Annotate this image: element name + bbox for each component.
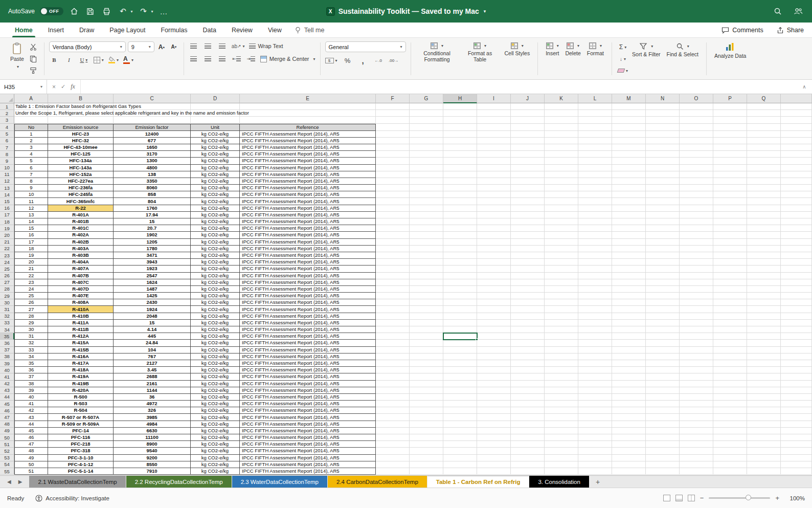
- cell-D39[interactable]: kg CO2-e/kg: [191, 360, 240, 367]
- cell-B13[interactable]: HFC-236fa: [48, 185, 114, 191]
- cell-A54[interactable]: 50: [14, 461, 48, 468]
- cell-I32[interactable]: [477, 313, 511, 320]
- cell-O21[interactable]: [680, 239, 713, 246]
- cell-O33[interactable]: [680, 320, 713, 326]
- cell-J26[interactable]: [511, 273, 545, 279]
- cell-C20[interactable]: 1902: [114, 232, 191, 238]
- cell-K54[interactable]: [545, 461, 578, 468]
- increase-indent-icon[interactable]: ⇥: [246, 54, 256, 63]
- cell-J30[interactable]: [511, 299, 545, 306]
- ribbon-tab-page-layout[interactable]: Page Layout: [103, 23, 152, 37]
- cell-F1[interactable]: [376, 103, 410, 110]
- cell-H51[interactable]: [443, 441, 477, 448]
- cell-J17[interactable]: [511, 212, 545, 218]
- cell-K48[interactable]: [545, 421, 578, 428]
- cell-D51[interactable]: kg CO2-e/kg: [191, 441, 240, 448]
- align-left-icon[interactable]: [189, 54, 199, 63]
- col-header-I[interactable]: I: [477, 94, 511, 103]
- page-break-view-icon[interactable]: [688, 495, 695, 501]
- cell-E20[interactable]: IPCC FIFTH Assessment Report (2014), AR5: [240, 232, 376, 238]
- cell-C23[interactable]: 3471: [114, 252, 191, 259]
- cell-part41[interactable]: [781, 373, 812, 380]
- cell-O50[interactable]: [680, 434, 713, 441]
- font-size-select[interactable]: 9: [128, 41, 154, 52]
- cell-K43[interactable]: [545, 387, 578, 394]
- cell-O37[interactable]: [680, 347, 713, 354]
- row-header-39[interactable]: 39: [0, 360, 14, 367]
- cell-C55[interactable]: 7910: [114, 468, 191, 475]
- cell-K47[interactable]: [545, 414, 578, 421]
- font-name-select[interactable]: Verdana (Body): [49, 41, 126, 52]
- cell-I26[interactable]: [477, 273, 511, 279]
- cell-B35[interactable]: R-412A: [48, 333, 114, 340]
- cell-B21[interactable]: R-402B: [48, 239, 114, 246]
- cell-Q3[interactable]: [747, 117, 781, 123]
- cell-J52[interactable]: [511, 448, 545, 454]
- cell-A13[interactable]: 9: [14, 185, 48, 191]
- cell-Q36[interactable]: [747, 340, 781, 346]
- cell-C47[interactable]: 3985: [114, 414, 191, 421]
- cell-E26[interactable]: IPCC FIFTH Assessment Report (2014), AR5: [240, 273, 376, 279]
- sort-filter-button[interactable]: Sort & Filter: [629, 41, 663, 59]
- cell-I40[interactable]: [477, 367, 511, 373]
- cell-F8[interactable]: [376, 151, 410, 158]
- sheet-tab-table-1-carbon-ref-on-refrig[interactable]: Table 1 - Carbon Ref on Refrig: [427, 476, 529, 488]
- cell-A53[interactable]: 49: [14, 455, 48, 461]
- cell-Q22[interactable]: [747, 246, 781, 252]
- cell-H41[interactable]: [443, 373, 477, 380]
- cell-L41[interactable]: [578, 373, 612, 380]
- document-title[interactable]: Sustainability Toolkit — Saved to my Mac: [339, 7, 479, 15]
- cell-M15[interactable]: [612, 198, 646, 205]
- cell-N53[interactable]: [646, 455, 680, 461]
- cell-P7[interactable]: [713, 144, 747, 151]
- cell-F11[interactable]: [376, 171, 410, 178]
- cell-A39[interactable]: 35: [14, 360, 48, 367]
- col-header-E[interactable]: E: [240, 94, 376, 103]
- cell-part45[interactable]: [781, 401, 812, 407]
- cell-I23[interactable]: [477, 252, 511, 259]
- col-header-O[interactable]: O: [680, 94, 713, 103]
- cell-I48[interactable]: [477, 421, 511, 428]
- cell-part28[interactable]: [781, 286, 812, 293]
- decrease-font-icon[interactable]: A▾: [169, 42, 179, 52]
- cell-P38[interactable]: [713, 354, 747, 360]
- cell-G18[interactable]: [410, 218, 443, 225]
- cell-K36[interactable]: [545, 340, 578, 346]
- col-header-Q[interactable]: Q: [747, 94, 781, 103]
- cell-D24[interactable]: kg CO2-e/kg: [191, 259, 240, 266]
- cell-Q19[interactable]: [747, 225, 781, 232]
- cell-M12[interactable]: [612, 178, 646, 185]
- format-painter-icon[interactable]: [28, 66, 38, 75]
- cell-H8[interactable]: [443, 151, 477, 158]
- cell-M17[interactable]: [612, 212, 646, 218]
- cell-O38[interactable]: [680, 354, 713, 360]
- cell-Q54[interactable]: [747, 461, 781, 468]
- cell-C6[interactable]: 677: [114, 138, 191, 144]
- cell-E43[interactable]: IPCC FIFTH Assessment Report (2014), AR5: [240, 387, 376, 394]
- cell-M14[interactable]: [612, 191, 646, 198]
- cell-M19[interactable]: [612, 225, 646, 232]
- cell-B55[interactable]: PFC-5-1-14: [48, 468, 114, 475]
- cell-O44[interactable]: [680, 394, 713, 401]
- cell-K37[interactable]: [545, 347, 578, 354]
- cell-C44[interactable]: 36: [114, 394, 191, 401]
- cell-N39[interactable]: [646, 360, 680, 367]
- cell-E25[interactable]: IPCC FIFTH Assessment Report (2014), AR5: [240, 266, 376, 272]
- cell-H43[interactable]: [443, 387, 477, 394]
- cell-N25[interactable]: [646, 266, 680, 272]
- cell-K46[interactable]: [545, 407, 578, 414]
- cell-G39[interactable]: [410, 360, 443, 367]
- cell-J31[interactable]: [511, 306, 545, 313]
- cell-A15[interactable]: 11: [14, 198, 48, 205]
- cell-F25[interactable]: [376, 266, 410, 272]
- cell-H4[interactable]: [443, 124, 477, 131]
- cell-I1[interactable]: [477, 103, 511, 110]
- cell-H38[interactable]: [443, 354, 477, 360]
- cell-I47[interactable]: [477, 414, 511, 421]
- cell-K33[interactable]: [545, 320, 578, 326]
- cell-A3[interactable]: [14, 117, 48, 123]
- cell-F48[interactable]: [376, 421, 410, 428]
- cell-N15[interactable]: [646, 198, 680, 205]
- cell-O8[interactable]: [680, 151, 713, 158]
- cell-F45[interactable]: [376, 401, 410, 407]
